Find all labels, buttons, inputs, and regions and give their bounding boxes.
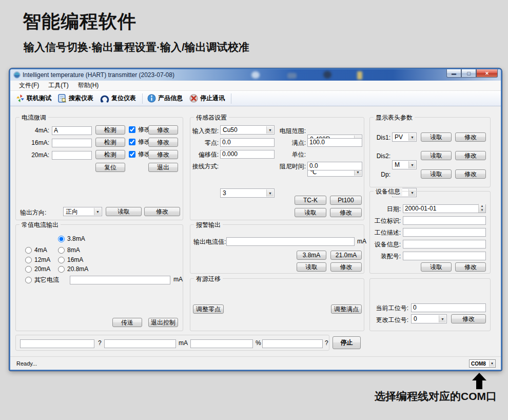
damping-input[interactable]: [307, 162, 362, 170]
current-trim-title: 电流微调: [19, 113, 48, 122]
alarm-current-input[interactable]: [226, 237, 355, 246]
dis2-read-button[interactable]: 读取: [421, 151, 452, 160]
dp-read-button[interactable]: 读取: [421, 169, 452, 179]
reset-meter-label: 复位仪表: [111, 94, 136, 103]
alarm-modify-button[interactable]: 修改: [330, 262, 362, 272]
title-bar[interactable]: Intelligent temperature (HART) transmitt…: [10, 69, 501, 81]
current-station-input[interactable]: [411, 303, 486, 312]
station-id-input[interactable]: [403, 216, 486, 225]
trim-20ma-allow-checkbox[interactable]: [129, 151, 135, 158]
monitor-field-2[interactable]: [104, 339, 176, 348]
cc-send-button[interactable]: 传送: [112, 318, 142, 327]
com-port-select[interactable]: COM8 ▼: [469, 359, 496, 368]
alarm-high-button[interactable]: 21.0mA: [330, 251, 362, 260]
cc-4ma-radio[interactable]: [25, 247, 32, 254]
alarm-low-button[interactable]: 3.8mA: [297, 251, 326, 260]
assembly-no-label: 装配号:: [370, 252, 401, 261]
cc-3p8ma-radio[interactable]: [58, 236, 65, 242]
trim-16ma-allow-checkbox[interactable]: [129, 139, 135, 145]
trim-4ma-label: 4mA:: [18, 127, 49, 134]
dis1-label: Dis1:: [373, 134, 390, 141]
active-migration-group: 有源迁移 调整零点 调整满点: [190, 278, 364, 331]
cc-other-input[interactable]: [70, 276, 170, 284]
adjust-zero-button[interactable]: 调整零点: [193, 304, 224, 314]
output-direction-select[interactable]: 正向 ▼: [63, 207, 102, 216]
dp-modify-button[interactable]: 修改: [455, 169, 486, 179]
maximize-button[interactable]: ▢: [461, 69, 476, 78]
monitor-field-4[interactable]: [262, 339, 323, 348]
trim-4ma-detect-button[interactable]: 检测: [95, 125, 125, 135]
cc-other-radio[interactable]: [25, 277, 32, 283]
trim-reset-button[interactable]: 复位: [95, 163, 125, 172]
change-station-modify-button[interactable]: 修改: [451, 314, 486, 323]
close-button[interactable]: ✕: [476, 69, 498, 78]
cc-8ma-label: 8mA: [67, 246, 80, 254]
trim-4ma-allow-checkbox[interactable]: [129, 126, 135, 133]
full-input[interactable]: [307, 138, 362, 147]
input-type-select[interactable]: Cu50 ▼: [220, 125, 275, 135]
com-port-value: COM8: [471, 361, 486, 367]
trim-16ma-detect-button[interactable]: 检测: [95, 138, 125, 147]
zero-input[interactable]: [220, 138, 275, 147]
stop-comm-label: 停止通讯: [200, 94, 225, 103]
device-desc-input[interactable]: [403, 240, 486, 249]
date-spinner[interactable]: ▲▼: [478, 204, 485, 213]
dis2-modify-button[interactable]: 修改: [455, 151, 486, 160]
trim-16ma-modify-button[interactable]: 修改: [148, 138, 178, 147]
device-info-title: 设备信息: [374, 187, 402, 196]
sensor-read-button[interactable]: 读取: [295, 208, 326, 217]
alarm-read-button[interactable]: 读取: [297, 262, 326, 272]
monitor-sep-q2: ?: [325, 339, 328, 347]
menu-file[interactable]: 文件(F): [14, 80, 44, 91]
display-params-group: 显示表头参数 Dis1: PV ▼ 读取 修改 Dis2: M ▼ 读取 修改 …: [369, 117, 491, 187]
offset-input[interactable]: [220, 150, 275, 159]
trim-20ma-detect-button[interactable]: 检测: [95, 150, 125, 159]
dis1-read-button[interactable]: 读取: [421, 132, 452, 142]
output-direction-read-button[interactable]: 读取: [106, 207, 142, 216]
monitor-field-3[interactable]: [190, 339, 253, 348]
output-direction-modify-button[interactable]: 修改: [144, 207, 180, 216]
spinner-up-icon[interactable]: ▲: [479, 204, 485, 208]
trim-20ma-input[interactable]: [52, 151, 92, 160]
trim-4ma-modify-button[interactable]: 修改: [148, 125, 178, 135]
product-info-button[interactable]: 产品信息: [145, 92, 187, 104]
reset-meter-button[interactable]: 复位仪表: [97, 92, 140, 104]
monitor-field-1[interactable]: [20, 339, 94, 348]
dis1-modify-button[interactable]: 修改: [455, 132, 486, 142]
sensor-modify-button[interactable]: 修改: [330, 208, 362, 217]
device-read-button[interactable]: 读取: [421, 262, 452, 272]
stop-button[interactable]: 停止: [333, 336, 361, 349]
tck-button[interactable]: TC-K: [295, 196, 326, 205]
trim-4ma-input[interactable]: [52, 126, 92, 135]
wiring-value: 3: [223, 189, 226, 197]
assembly-no-input[interactable]: [403, 252, 486, 260]
date-input[interactable]: [403, 204, 486, 213]
pt100-button[interactable]: Pt100: [330, 196, 362, 205]
station-desc-input[interactable]: [403, 228, 486, 237]
dis2-select[interactable]: M ▼: [392, 160, 417, 169]
alarm-current-label: 输出电流值:: [193, 238, 226, 246]
menu-tools[interactable]: 工具(T): [44, 80, 73, 91]
spinner-down-icon[interactable]: ▼: [479, 208, 485, 212]
trim-exit-button[interactable]: 退出: [148, 163, 178, 172]
cc-12ma-radio[interactable]: [25, 257, 32, 263]
cc-16ma-radio[interactable]: [58, 257, 65, 263]
trim-16ma-input[interactable]: [52, 139, 92, 147]
online-test-button[interactable]: 联机测试: [13, 92, 55, 104]
stop-comm-button[interactable]: 停止通讯: [187, 92, 229, 104]
cc-20p8ma-radio[interactable]: [58, 266, 65, 273]
trim-20ma-modify-button[interactable]: 修改: [148, 150, 178, 159]
cc-8ma-radio[interactable]: [58, 247, 65, 254]
wiring-select[interactable]: 3 ▼: [220, 188, 275, 198]
dis1-select[interactable]: PV ▼: [392, 132, 417, 142]
change-station-select[interactable]: 0 ▼: [411, 314, 447, 323]
cc-20ma-radio[interactable]: [25, 266, 32, 273]
menu-help[interactable]: 帮助(H): [73, 80, 104, 91]
minimize-button[interactable]: ▬: [446, 69, 461, 78]
monitor-row-box: ? mA % ?: [15, 335, 329, 351]
search-meter-button[interactable]: 搜索仪表: [55, 92, 97, 104]
cc-exit-control-button[interactable]: 退出控制: [148, 318, 178, 327]
dis2-value: M: [395, 161, 400, 168]
adjust-full-button[interactable]: 调整满点: [331, 304, 362, 314]
device-modify-button[interactable]: 修改: [455, 262, 486, 272]
